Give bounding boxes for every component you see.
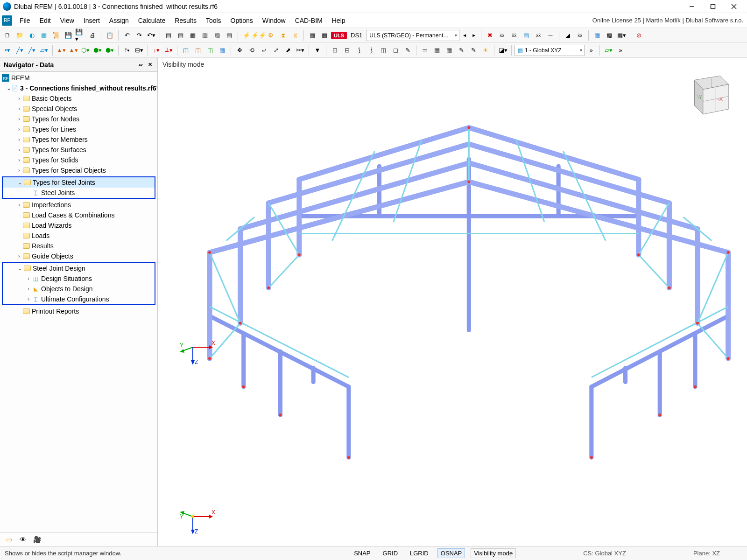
copy-button[interactable]: 📋 [104,30,115,41]
tree-item[interactable]: Loads [0,231,157,241]
minimize-button[interactable] [681,0,702,13]
calc-3-button[interactable]: ⚙ [265,30,276,41]
dim-6-button[interactable]: — [545,30,556,41]
dim-5-button[interactable]: ẋẋ [533,30,544,41]
menu-window[interactable]: Window [258,15,290,26]
coord-more-button[interactable]: » [585,45,597,56]
menu-insert[interactable]: Insert [79,15,105,26]
tree-item[interactable]: ›Special Objects [0,104,157,114]
model-3d[interactable] [158,58,747,546]
solid-button[interactable]: ▩ [604,30,615,41]
cloud-button[interactable]: ◐ [26,30,37,41]
tree-item[interactable]: ›Types for Special Objects [0,165,157,175]
snap-6-button[interactable]: ◻ [390,45,401,56]
hinge-button[interactable]: ⟟▾ [121,45,133,56]
table-2-button[interactable]: ▤ [175,30,186,41]
member-button[interactable]: ╱▾ [26,45,37,56]
status-mode[interactable]: Visibility mode [471,548,516,558]
sel-2-button[interactable]: ◫ [192,45,204,56]
tree-item[interactable]: Load Wizards [0,220,157,231]
menu-calculate[interactable]: Calculate [134,15,170,26]
status-grid-toggle[interactable]: GRID [380,548,402,558]
status-snap-toggle[interactable]: SNAP [351,548,374,558]
snap-2-button[interactable]: ⊟ [341,45,352,56]
undo-button[interactable]: ↶ [121,30,133,41]
tree-item-steel-joint-design[interactable]: ⌄Steel Joint Design [3,263,155,273]
save-button[interactable]: 💾 [63,30,74,41]
tree-item[interactable]: ›Types for Solids [0,155,157,165]
tree-item[interactable]: ›Types for Members [0,134,157,145]
mirror-button[interactable]: ⟲ [246,45,257,56]
snap-3-button[interactable]: ⟆ [353,45,365,56]
tree-item-steel-joints[interactable]: ⌶Steel Joints [3,188,155,198]
filter-button[interactable]: ▼ [312,45,323,56]
support-5-button[interactable]: ⬢▾ [104,45,115,56]
navigator-tree[interactable]: RF RFEM ⌄📄 3 - Connections finished_with… [0,72,157,532]
grid-4-button[interactable]: ✎ [456,45,467,56]
calc-button[interactable]: ⚡ [241,30,252,41]
results-1-button[interactable]: ▦ [307,30,318,41]
release-button[interactable]: ⊟▾ [134,45,145,56]
tree-file[interactable]: ⌄📄 3 - Connections finished_without resu… [0,83,157,93]
scale-button[interactable]: ⤢ [270,45,282,56]
open-button[interactable]: 📁 [14,30,25,41]
snap-1-button[interactable]: ⊡ [329,45,340,56]
tree-item[interactable]: ›Imperfections [0,200,157,210]
line-button[interactable]: ╱▾ [14,45,25,56]
grid-1-button[interactable]: ═ [419,45,430,56]
save-as-button[interactable]: 💾▾ [75,30,86,41]
sel-4-button[interactable]: ▦ [217,45,228,56]
maximize-button[interactable] [702,0,723,13]
nav-footer-eye-icon[interactable]: 👁 [18,534,28,545]
tree-item[interactable]: ›Basic Objects [0,93,157,104]
view-1-button[interactable]: ◢ [562,30,573,41]
coord-system-select[interactable]: ▦1 - Global XYZ [514,45,585,56]
grid-2-button[interactable]: ▦ [431,45,443,56]
menu-file[interactable]: File [15,15,35,26]
menu-cad-bim[interactable]: CAD-BIM [290,15,327,26]
menu-options[interactable]: Options [226,15,258,26]
undo-split-button[interactable]: ↶▾ [146,30,157,41]
cancel-button[interactable]: ⊘ [633,30,644,41]
tree-item[interactable]: Load Cases & Combinations [0,210,157,220]
snap-5-button[interactable]: ◫ [378,45,389,56]
results-2-button[interactable]: ▦ [319,30,330,41]
tree-item[interactable]: ›Types for Nodes [0,114,157,124]
workplane-button[interactable]: ▱▾ [603,45,614,56]
sel-1-button[interactable]: ◫ [180,45,191,56]
support-4-button[interactable]: ⬢▾ [92,45,103,56]
dim-3-button[interactable]: ẍẍ [508,30,520,41]
close-button[interactable] [723,0,744,13]
nav-footer-camera-icon[interactable]: 🎥 [32,534,42,545]
tree-item[interactable]: ›Guide Objects [0,251,157,261]
tree-item[interactable]: Printout Reports [0,306,157,316]
menu-edit[interactable]: Edit [35,15,56,26]
table-3-button[interactable]: ▦ [187,30,198,41]
menu-assign[interactable]: Assign [105,15,134,26]
wire-button[interactable]: ▦ [592,30,603,41]
support-2-button[interactable]: ▲▾ [68,45,79,56]
load-1-button[interactable]: ↓▾ [151,45,162,56]
status-lgrid-toggle[interactable]: LGRID [407,548,432,558]
tree-item-objects-to-design[interactable]: ›◣Objects to Design [3,284,155,294]
block-manager-button[interactable]: ▦ [38,30,49,41]
tree-item[interactable]: ›Types for Surfaces [0,145,157,155]
clip-button[interactable]: ◪▾ [497,45,508,56]
tree-item-design-situations[interactable]: ›◫Design Situations [3,273,155,284]
divide-button[interactable]: ✂▾ [295,45,306,56]
nav-footer-anim-icon[interactable]: ▭ [4,534,14,545]
menu-tools[interactable]: Tools [201,15,226,26]
menu-view[interactable]: View [56,15,79,26]
grid-6-button[interactable]: ☀ [480,45,491,56]
tree-item-ultimate-config[interactable]: ›⌶Ultimate Configurations [3,294,155,304]
calc-5-button[interactable]: ⧖ [289,30,301,41]
sel-3-button[interactable]: ◫ [204,45,216,56]
combo-next-button[interactable]: ► [470,32,478,39]
dim-1-button[interactable]: ✖ [484,30,495,41]
extrude-button[interactable]: ⬈ [282,45,294,56]
script-button[interactable]: 📜 [50,30,62,41]
load-combo-select[interactable]: ULS (STR/GEO) - Permanent… [366,30,459,41]
tree-item[interactable]: ›Types for Lines [0,124,157,134]
table-6-button[interactable]: ▤ [224,30,235,41]
calc-4-button[interactable]: ⧗ [277,30,289,41]
